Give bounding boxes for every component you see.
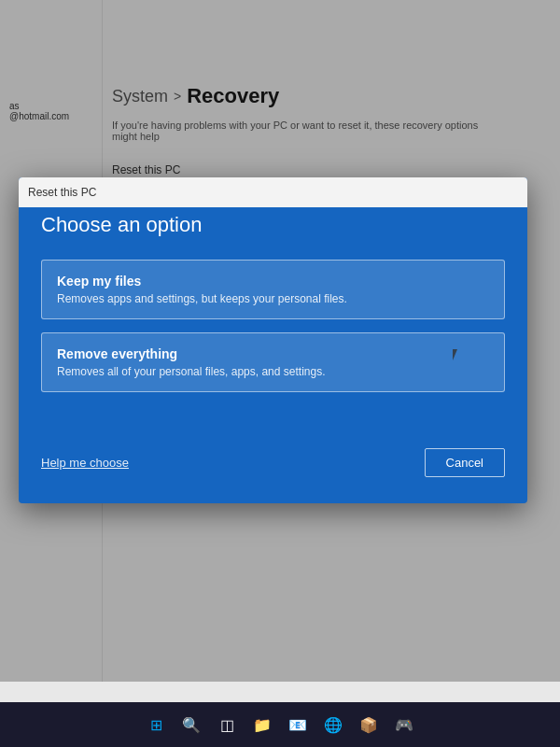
keep-files-option[interactable]: Keep my files Removes apps and settings,… xyxy=(41,260,505,319)
dialog-body: Choose an option Keep my files Removes a… xyxy=(41,213,505,477)
file-explorer-icon[interactable]: 📁 xyxy=(249,712,275,738)
dialog-footer: Help me choose Cancel xyxy=(41,448,505,477)
remove-everything-description: Removes all of your personal files, apps… xyxy=(57,365,489,378)
task-view-icon[interactable]: ◫ xyxy=(214,712,240,738)
taskbar: ⊞ 🔍 ◫ 📁 📧 🌐 📦 🎮 xyxy=(0,702,560,747)
mail-icon[interactable]: 📧 xyxy=(285,712,311,738)
remove-everything-title: Remove everything xyxy=(57,346,489,361)
reset-dialog: Reset this PC Choose an option Keep my f… xyxy=(19,177,527,503)
remove-everything-option[interactable]: Remove everything Removes all of your pe… xyxy=(41,332,505,392)
keep-files-description: Removes apps and settings, but keeps you… xyxy=(57,292,489,305)
help-me-choose-link[interactable]: Help me choose xyxy=(41,456,129,470)
dialog-title-text: Reset this PC xyxy=(28,186,96,199)
edge-icon[interactable]: 🌐 xyxy=(320,712,346,738)
search-taskbar-icon[interactable]: 🔍 xyxy=(178,712,204,738)
dialog-heading: Choose an option xyxy=(41,213,505,237)
xbox-icon[interactable]: 🎮 xyxy=(391,712,417,738)
keep-files-title: Keep my files xyxy=(57,274,489,289)
cancel-button[interactable]: Cancel xyxy=(425,448,505,477)
store-icon[interactable]: 📦 xyxy=(356,712,382,738)
dialog-title-bar: Reset this PC xyxy=(19,177,527,207)
start-button-icon[interactable]: ⊞ xyxy=(143,712,169,738)
